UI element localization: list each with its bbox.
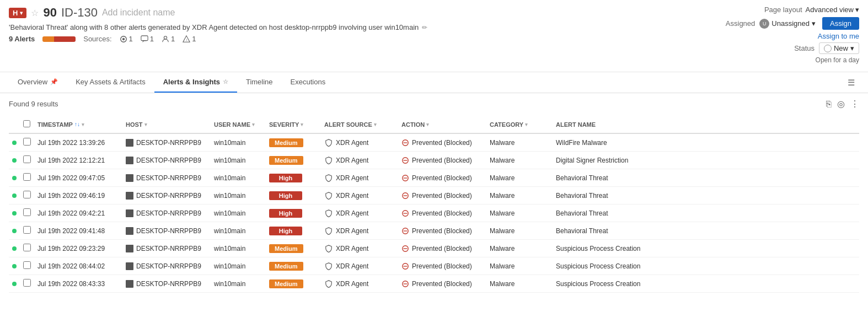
status-chevron-icon: ▾ [850, 44, 854, 52]
sort-asc-icon[interactable]: ↑↓ [74, 121, 80, 127]
comments-count: 1 [150, 35, 154, 43]
row-timestamp: Jul 19th 2022 13:39:26 [34, 133, 122, 152]
description-text: 'Behavioral Threat' along with 8 other a… [9, 23, 419, 31]
row-select-checkbox[interactable] [23, 138, 31, 146]
star-icon[interactable]: ☆ [31, 8, 39, 18]
row-category: Malware [486, 240, 553, 257]
row-dot [12, 264, 17, 268]
row-timestamp: Jul 19th 2022 09:47:05 [34, 169, 122, 187]
row-dot [12, 193, 17, 198]
row-username: win10main [211, 240, 266, 257]
select-all-checkbox[interactable] [23, 120, 30, 127]
row-select-checkbox[interactable] [23, 279, 31, 287]
tabs-bar: Overview 📌 Key Assets & Artifacts Alerts… [0, 72, 868, 93]
row-alert-source: XDR Agent [321, 240, 398, 257]
th-username-label: USER NAME [214, 121, 250, 128]
action-text: Prevented (Blocked) [412, 262, 472, 270]
tab-timeline[interactable]: Timeline [237, 72, 282, 93]
shield-icon [324, 279, 333, 288]
severity-badge: Medium [269, 262, 303, 271]
row-select-checkbox[interactable] [23, 208, 31, 216]
table-action-icons: ⎘ ◎ ⋮ [826, 99, 859, 109]
severity-filter-icon[interactable]: ▾ [301, 122, 303, 127]
action-text: Prevented (Blocked) [412, 209, 472, 217]
incident-badge[interactable]: H ▾ [9, 8, 26, 18]
row-select-checkbox[interactable] [23, 173, 31, 181]
assigned-row: Assigned U Unassigned ▾ Assign [694, 17, 859, 30]
row-select-checkbox[interactable] [23, 226, 31, 234]
alerts-count: 9 Alerts [9, 35, 35, 43]
th-action-label: ACTION [401, 121, 425, 128]
row-select-checkbox[interactable] [23, 244, 31, 251]
row-timestamp: Jul 19th 2022 12:12:21 [34, 152, 122, 169]
advanced-view-dropdown[interactable]: Advanced view ▾ [806, 6, 859, 14]
row-alert-name: Suspicious Process Creation [553, 240, 859, 257]
alerts-icon-count: 1 [192, 35, 196, 43]
shield-icon [324, 191, 333, 200]
copy-icon[interactable]: ⎘ [826, 99, 832, 109]
row-action: Prevented (Blocked) [398, 133, 486, 152]
action-text: Prevented (Blocked) [412, 245, 472, 252]
host-icon [126, 280, 133, 288]
action-filter-icon[interactable]: ▾ [426, 122, 429, 127]
row-severity: High [266, 205, 321, 222]
row-timestamp: Jul 19th 2022 09:42:21 [34, 205, 122, 222]
tab-alerts-insights-label: Alerts & Insights [163, 78, 220, 86]
more-icon[interactable]: ⋮ [850, 99, 859, 109]
row-alert-name: Behavioral Threat [553, 222, 859, 240]
row-select-checkbox[interactable] [23, 155, 31, 163]
incident-name-placeholder[interactable]: Add incident name [102, 8, 175, 18]
row-host: DESKTOP-NRRPPB9 [122, 222, 211, 240]
category-filter-icon[interactable]: ▾ [525, 122, 528, 127]
alert-source-filter-icon[interactable]: ▾ [374, 122, 377, 127]
assign-button[interactable]: Assign [822, 17, 859, 30]
tab-star-icon[interactable]: ☆ [223, 78, 228, 85]
tab-key-assets-label: Key Assets & Artifacts [76, 78, 145, 86]
svg-point-3 [164, 36, 167, 39]
row-checkbox-cell [20, 169, 34, 187]
sources-count: 1 [129, 35, 133, 43]
row-category: Malware [486, 152, 553, 169]
settings-icon[interactable]: ◎ [837, 99, 845, 109]
row-severity: Medium [266, 240, 321, 257]
edit-icon[interactable]: ✏ [422, 24, 427, 31]
row-select-checkbox[interactable] [23, 261, 31, 269]
tab-alerts-insights[interactable]: Alerts & Insights ☆ [154, 72, 237, 93]
row-select-checkbox[interactable] [23, 191, 31, 198]
alert-source-name: XDR Agent [336, 280, 368, 288]
row-severity: High [266, 169, 321, 187]
action-text: Prevented (Blocked) [412, 280, 472, 288]
top-bar: H ▾ ☆ 90 ID-130 Add incident name 'Behav… [0, 0, 868, 72]
row-dot-cell [9, 169, 20, 187]
tab-overview[interactable]: Overview 📌 [9, 72, 67, 93]
severity-badge: Medium [269, 279, 303, 288]
row-action: Prevented (Blocked) [398, 205, 486, 222]
username-filter-icon[interactable]: ▾ [252, 122, 255, 127]
host-icon [126, 174, 133, 182]
timestamp-filter-icon[interactable]: ▾ [82, 122, 84, 127]
row-timestamp: Jul 19th 2022 09:23:29 [34, 240, 122, 257]
tab-key-assets[interactable]: Key Assets & Artifacts [67, 72, 154, 93]
table-row: Jul 19th 2022 09:42:21 DESKTOP-NRRPPB9 w… [9, 205, 859, 222]
host-icon [126, 192, 133, 200]
table-row: Jul 19th 2022 13:39:26 DESKTOP-NRRPPB9 w… [9, 133, 859, 152]
tab-executions[interactable]: Executions [282, 72, 335, 93]
row-alert-name: Behavioral Threat [553, 169, 859, 187]
row-timestamp: Jul 19th 2022 09:41:48 [34, 222, 122, 240]
column-settings-icon[interactable]: ☰ [843, 73, 859, 92]
status-dropdown[interactable]: New ▾ [819, 42, 859, 54]
row-dot [12, 246, 17, 251]
host-icon [126, 227, 133, 235]
host-name: DESKTOP-NRRPPB9 [136, 157, 201, 164]
incident-number: 90 [43, 6, 56, 20]
avatar: U [759, 19, 769, 29]
alert-source-name: XDR Agent [336, 245, 368, 252]
blocked-icon [401, 245, 409, 252]
host-filter-icon[interactable]: ▾ [144, 122, 147, 127]
sources-label: Sources: [83, 35, 111, 43]
row-alert-source: XDR Agent [321, 152, 398, 169]
assign-to-me-link[interactable]: Assign to me [818, 32, 859, 40]
row-alert-source: XDR Agent [321, 187, 398, 205]
incident-left: H ▾ ☆ 90 ID-130 Add incident name 'Behav… [9, 6, 694, 43]
assigned-dropdown[interactable]: U Unassigned ▾ [759, 19, 816, 29]
